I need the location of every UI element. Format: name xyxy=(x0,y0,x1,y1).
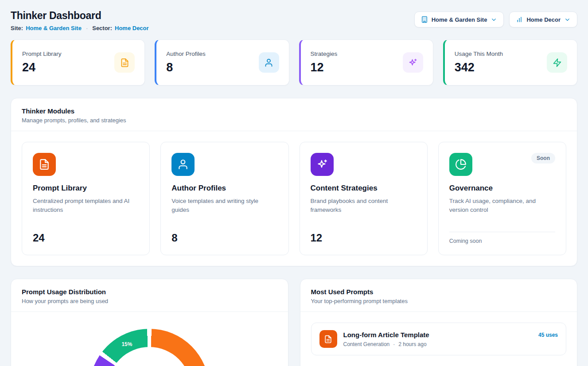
prompt-timestamp: 2 hours ago xyxy=(398,341,426,347)
prompt-list: Long-form Article Template Content Gener… xyxy=(300,312,577,366)
most-used-prompts-card: Most Used Prompts Your top-performing pr… xyxy=(300,279,578,366)
prompt-item-body: Long-form Article Template Content Gener… xyxy=(343,331,532,347)
module-top: Soon xyxy=(449,153,555,176)
file-text-icon xyxy=(319,330,337,348)
stat-info: Author Profiles 8 xyxy=(166,51,206,74)
module-count: 24 xyxy=(33,232,139,244)
module-description: Brand playbooks and content frameworks xyxy=(311,197,417,215)
module-description: Centralized prompt templates and AI inst… xyxy=(33,197,139,215)
module-prompt-library[interactable]: Prompt Library Centralized prompt templa… xyxy=(22,142,150,255)
donut-segment-label: 15% xyxy=(121,341,132,347)
soon-badge: Soon xyxy=(531,153,555,164)
section-subtitle: Your top-performing prompt templates xyxy=(311,298,567,304)
module-top xyxy=(33,153,139,176)
module-description: Track AI usage, compliance, and version … xyxy=(449,197,555,215)
sector-selector-label: Home Decor xyxy=(526,16,561,23)
module-count: 12 xyxy=(311,232,417,244)
modules-grid: Prompt Library Centralized prompt templa… xyxy=(11,131,577,266)
site-link[interactable]: Home & Garden Site xyxy=(26,25,82,31)
prompt-list-item[interactable]: Long-form Article Template Content Gener… xyxy=(311,323,567,355)
module-count: 8 xyxy=(171,232,277,244)
separator-dot: · xyxy=(86,25,88,31)
stat-value: 342 xyxy=(455,61,503,74)
stat-card-usage: Usage This Month 342 xyxy=(443,39,577,86)
chevron-down-icon xyxy=(491,16,497,23)
stat-value: 8 xyxy=(166,61,206,74)
prompt-category: Content Generation xyxy=(343,341,390,347)
sector-label: Sector: xyxy=(92,25,112,31)
stat-value: 24 xyxy=(22,61,62,74)
user-icon xyxy=(171,153,195,176)
section-subtitle: How your prompts are being used xyxy=(22,298,277,304)
stat-info: Prompt Library 24 xyxy=(22,51,62,74)
module-title: Author Profiles xyxy=(171,184,277,193)
zap-icon xyxy=(547,52,567,73)
sparkle-star-icon xyxy=(403,52,423,73)
site-label: Site: xyxy=(11,25,23,31)
donut-hole xyxy=(108,347,191,366)
module-content-strategies[interactable]: Content Strategies Brand playbooks and c… xyxy=(300,142,428,255)
section-title: Most Used Prompts xyxy=(311,288,567,296)
building-icon xyxy=(421,16,428,23)
breadcrumb: Site: Home & Garden Site · Sector: Home … xyxy=(11,25,149,31)
stat-label: Usage This Month xyxy=(455,51,503,57)
section-subtitle: Manage prompts, profiles, and strategies xyxy=(22,117,566,124)
bar-chart-icon xyxy=(516,16,523,23)
sparkle-star-icon xyxy=(311,153,334,176)
section-title: Prompt Usage Distribution xyxy=(22,288,277,296)
module-author-profiles[interactable]: Author Profiles Voice templates and writ… xyxy=(160,142,288,255)
page-header: Thinker Dashboard Site: Home & Garden Si… xyxy=(11,10,577,31)
page-title: Thinker Dashboard xyxy=(11,10,149,22)
site-selector-dropdown[interactable]: Home & Garden Site xyxy=(414,12,504,27)
file-text-icon xyxy=(114,52,135,73)
stat-card-strategies: Strategies 12 xyxy=(299,39,433,86)
stats-row: Prompt Library 24 Author Profiles 8 Stra… xyxy=(11,39,577,86)
prompt-meta: Content Generation · 2 hours ago xyxy=(343,341,532,347)
prompt-usage-card: Prompt Usage Distribution How your promp… xyxy=(11,279,288,366)
thinker-modules-card: Thinker Modules Manage prompts, profiles… xyxy=(11,98,577,266)
prompt-usage-donut: 15% xyxy=(90,329,209,366)
stat-card-author-profiles: Author Profiles 8 xyxy=(155,39,289,86)
module-title: Prompt Library xyxy=(33,184,139,193)
bottom-row: Prompt Usage Distribution How your promp… xyxy=(11,279,577,366)
page-container: Thinker Dashboard Site: Home & Garden Si… xyxy=(0,0,588,366)
prompts-card-header: Most Used Prompts Your top-performing pr… xyxy=(300,279,577,311)
header-left: Thinker Dashboard Site: Home & Garden Si… xyxy=(11,10,149,31)
module-description: Voice templates and writing style guides xyxy=(171,197,277,215)
chevron-down-icon xyxy=(564,16,571,23)
header-actions: Home & Garden Site Home Decor xyxy=(414,12,577,27)
stat-label: Author Profiles xyxy=(166,51,206,57)
file-text-icon xyxy=(33,153,56,176)
modules-card-header: Thinker Modules Manage prompts, profiles… xyxy=(11,98,577,131)
stat-info: Usage This Month 342 xyxy=(455,51,503,74)
sector-link[interactable]: Home Decor xyxy=(115,25,149,31)
module-title: Content Strategies xyxy=(311,184,417,193)
prompt-title: Long-form Article Template xyxy=(343,331,532,339)
stat-label: Prompt Library xyxy=(22,51,62,57)
dashboard-page: { "header": { "title": "Thinker Dashboar… xyxy=(0,0,588,366)
separator-dot: · xyxy=(393,341,395,347)
coming-soon-label: Coming soon xyxy=(449,232,555,244)
site-selector-label: Home & Garden Site xyxy=(432,16,487,23)
usage-card-header: Prompt Usage Distribution How your promp… xyxy=(11,279,288,311)
prompt-uses-badge: 45 uses xyxy=(538,332,558,338)
stat-label: Strategies xyxy=(311,51,338,57)
pie-chart-icon xyxy=(449,153,472,176)
section-title: Thinker Modules xyxy=(22,107,566,115)
module-top xyxy=(311,153,417,176)
stat-value: 12 xyxy=(311,61,338,74)
stat-card-prompt-library: Prompt Library 24 xyxy=(11,39,145,86)
user-icon xyxy=(259,52,279,73)
sector-selector-dropdown[interactable]: Home Decor xyxy=(509,12,577,27)
module-governance[interactable]: Soon Governance Track AI usage, complian… xyxy=(438,142,566,255)
stat-info: Strategies 12 xyxy=(311,51,338,74)
module-title: Governance xyxy=(449,184,555,193)
donut-chart-area: 15% xyxy=(11,312,288,366)
module-top xyxy=(171,153,277,176)
